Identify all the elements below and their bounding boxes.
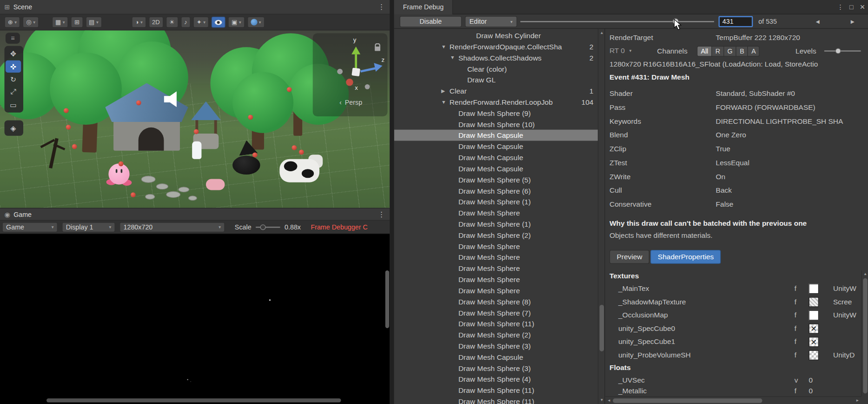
channel-b-button[interactable]: B: [736, 46, 748, 57]
next-event-button[interactable]: ►: [845, 16, 860, 27]
frame-event-row[interactable]: Draw Mesh Sphere (8): [394, 296, 598, 307]
tree-scrollbar-thumb[interactable]: [600, 305, 604, 351]
frame-event-row[interactable]: Draw Mesh Sphere (11): [394, 384, 598, 396]
scale-slider-thumb[interactable]: [260, 224, 266, 230]
overlay-menu[interactable]: ≡: [6, 33, 20, 44]
frame-event-row[interactable]: ▶Clear1: [394, 85, 598, 96]
projection-mode-label[interactable]: ‹ Persp: [339, 99, 362, 107]
window-splitter[interactable]: [390, 0, 394, 404]
channel-all-button[interactable]: All: [697, 46, 711, 57]
axis-y-cone[interactable]: [351, 47, 360, 54]
grid-visibility-dropdown[interactable]: ▦▾: [52, 17, 68, 28]
frame-event-row[interactable]: Draw Mesh Sphere: [394, 241, 598, 252]
frame-event-row[interactable]: Draw Mesh Sphere (4): [394, 374, 598, 385]
game-vertical-scrollbar[interactable]: [385, 270, 389, 328]
frame-event-row[interactable]: Draw Mesh Capsule: [394, 141, 598, 152]
tree-vertical-scrollbar[interactable]: ▲ ▼: [598, 29, 604, 404]
scroll-right-icon[interactable]: ►: [854, 397, 861, 404]
resolution-dropdown[interactable]: 1280x720▾: [119, 222, 225, 232]
tab-shader-properties[interactable]: ShaderProperties: [650, 250, 721, 264]
collapse-arrow-icon[interactable]: ▼: [441, 44, 450, 49]
channel-a-button[interactable]: A: [748, 46, 760, 57]
collapse-arrow-icon[interactable]: ▼: [441, 99, 450, 105]
frame-event-row[interactable]: Draw Mesh Sphere (3): [394, 363, 598, 374]
orientation-gizmo[interactable]: y z x ‹ Persp: [313, 33, 388, 116]
frame-debug-tab[interactable]: Frame Debug: [394, 0, 453, 14]
texture-thumbnail[interactable]: [809, 297, 819, 307]
game-view-dropdown[interactable]: Game▾: [2, 222, 58, 232]
increment-snap-dropdown[interactable]: ▤▾: [86, 17, 102, 28]
axis-x-cone[interactable]: [346, 79, 353, 86]
rotate-tool-button[interactable]: ↻: [6, 73, 21, 85]
frame-event-row[interactable]: Draw Mesh Sphere: [394, 252, 598, 263]
frame-event-row[interactable]: Draw Mesh Capsule: [394, 152, 598, 163]
expand-arrow-icon[interactable]: ▶: [441, 88, 450, 94]
scroll-up-icon[interactable]: ▲: [862, 270, 868, 277]
frame-event-row[interactable]: Draw Mesh Sphere (11): [394, 318, 598, 329]
transform-tool-button[interactable]: ◈: [6, 122, 21, 134]
target-dropdown[interactable]: Editor▾: [465, 16, 517, 27]
frame-event-row[interactable]: Draw Mesh Sphere (5): [394, 174, 598, 185]
frame-event-row[interactable]: Draw Mesh Sphere (2): [394, 229, 598, 241]
frame-event-row[interactable]: Draw Mesh Sphere (11): [394, 396, 598, 404]
maximize-icon[interactable]: □: [846, 3, 857, 11]
levels-slider-thumb[interactable]: [835, 48, 841, 54]
frame-event-row[interactable]: ▼Shadows.CollectShadows2: [394, 52, 598, 63]
scale-tool-button[interactable]: ⤢: [6, 86, 21, 98]
camera-settings-dropdown[interactable]: ▣▾: [228, 17, 245, 28]
frame-event-row[interactable]: Draw Mesh Sphere: [394, 207, 598, 218]
lock-icon[interactable]: [375, 47, 380, 51]
frame-event-row[interactable]: Draw Mesh Sphere (7): [394, 307, 598, 318]
previous-event-button[interactable]: ◄: [810, 16, 825, 27]
scene-viewport[interactable]: ≡ ✥ ✜ ↻ ⤢ ▭ ◈ y z x: [0, 30, 390, 208]
scroll-left-icon[interactable]: ◄: [606, 397, 612, 404]
scene-visibility-button[interactable]: [212, 17, 225, 28]
frame-event-row[interactable]: Draw Mesh Sphere (10): [394, 119, 598, 130]
game-menu-icon[interactable]: ⋮: [378, 210, 385, 218]
frame-event-row[interactable]: Draw Mesh Sphere (1): [394, 218, 598, 229]
details-scrollbar-thumb[interactable]: [863, 278, 868, 394]
disable-button[interactable]: Disable: [400, 16, 462, 27]
scene-lighting-button[interactable]: ☀: [166, 17, 178, 28]
game-horizontal-scrollbar[interactable]: [46, 398, 341, 402]
axis-neg-cone[interactable]: [337, 69, 343, 74]
frame-event-row[interactable]: Draw Mesh Capsule: [394, 130, 598, 141]
frame-event-row[interactable]: Draw Mesh Cylinder: [394, 30, 598, 41]
frame-event-row[interactable]: Draw Mesh Capsule: [394, 351, 598, 363]
frame-event-row[interactable]: Draw Mesh Capsule: [394, 163, 598, 174]
texture-thumbnail[interactable]: [809, 337, 819, 347]
frame-event-row[interactable]: Draw Mesh Sphere (3): [394, 340, 598, 351]
frame-event-row[interactable]: Draw Mesh Sphere: [394, 285, 598, 296]
frame-event-row[interactable]: Draw Mesh Sphere (6): [394, 185, 598, 196]
frame-slider[interactable]: [520, 21, 714, 22]
details-vertical-scrollbar[interactable]: ▲: [861, 270, 868, 396]
rt-index-dropdown[interactable]: RT 0▾: [610, 47, 631, 55]
scale-slider[interactable]: [256, 223, 280, 231]
texture-thumbnail[interactable]: [809, 310, 819, 320]
frame-slider-thumb[interactable]: [673, 18, 679, 24]
texture-thumbnail[interactable]: [809, 323, 819, 333]
frame-event-row[interactable]: Draw GL: [394, 74, 598, 86]
details-horizontal-scrollbar[interactable]: ◄ ►: [605, 396, 861, 404]
view-tool-button[interactable]: ✥: [6, 47, 21, 60]
texture-thumbnail[interactable]: [809, 284, 819, 294]
frame-event-row[interactable]: Clear (color): [394, 63, 598, 74]
frame-event-row[interactable]: ▼RenderForward.RenderLoopJob104: [394, 96, 598, 108]
scene-menu-icon[interactable]: ⋮: [378, 3, 385, 11]
shading-mode-dropdown[interactable]: ◑▾: [132, 17, 146, 28]
2d-mode-button[interactable]: 2D: [149, 17, 163, 28]
rect-tool-button[interactable]: ▭: [6, 99, 21, 111]
channel-g-button[interactable]: G: [723, 46, 736, 57]
frame-event-row[interactable]: ▼RenderForwardOpaque.CollectSha2: [394, 41, 598, 52]
tool-handle-position-dropdown[interactable]: ⊕▾: [5, 17, 20, 28]
move-tool-button[interactable]: ✜: [6, 61, 21, 73]
frame-event-row[interactable]: Draw Mesh Sphere (9): [394, 108, 598, 119]
frame-event-row[interactable]: Draw Mesh Sphere (2): [394, 329, 598, 340]
tool-handle-rotation-dropdown[interactable]: ◎▾: [23, 17, 39, 28]
frame-event-row[interactable]: Draw Mesh Sphere: [394, 263, 598, 274]
tab-preview[interactable]: Preview: [610, 250, 649, 264]
close-icon[interactable]: ✕: [857, 3, 868, 11]
display-dropdown[interactable]: Display 1▾: [62, 222, 115, 232]
channel-r-button[interactable]: R: [711, 46, 723, 57]
snap-toggle-button[interactable]: ⊞: [71, 17, 83, 28]
